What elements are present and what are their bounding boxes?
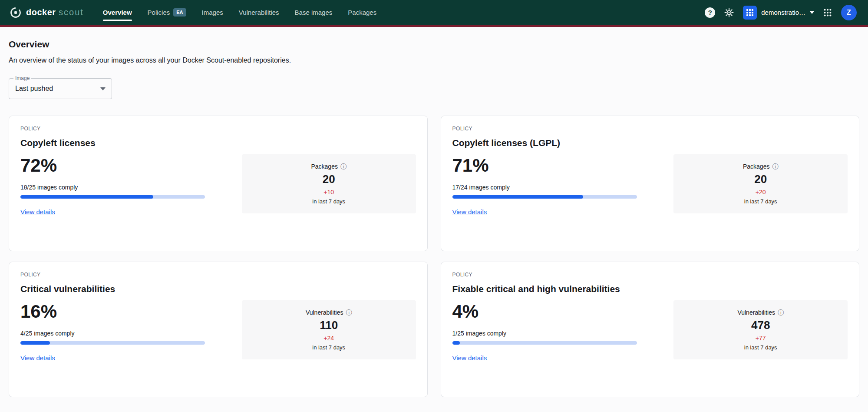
- stat-label: Packages: [311, 163, 337, 170]
- help-button[interactable]: ?: [705, 7, 715, 18]
- policy-kicker: POLICY: [452, 272, 848, 278]
- main-nav: Overview Policies EA Images Vulnerabilit…: [103, 0, 376, 25]
- header-actions: ? demonstratio…: [705, 5, 857, 20]
- policy-kicker: POLICY: [452, 126, 848, 132]
- compliance-progress-bar: [452, 195, 637, 199]
- policy-card-fixable-critical-high: POLICY Fixable critical and high vulnera…: [441, 262, 860, 397]
- view-details-link[interactable]: View details: [452, 354, 487, 362]
- image-filter-label: Image: [13, 75, 31, 81]
- compliance-text: 4/25 images comply: [20, 330, 205, 337]
- policy-card-copyleft-lgpl: POLICY Copyleft licenses (LGPL) 71% 17/2…: [441, 116, 860, 251]
- stat-value: 20: [754, 173, 767, 186]
- brand-word-scout: scout: [59, 7, 84, 17]
- info-icon[interactable]: ⓘ: [772, 163, 778, 169]
- policy-title: Fixable critical and high vulnerabilitie…: [452, 284, 848, 294]
- image-filter-select[interactable]: Image Last pushed: [9, 78, 112, 99]
- organization-name: demonstratio…: [761, 9, 805, 16]
- nav-base-images-label: Base images: [295, 9, 333, 16]
- policy-card-copyleft: POLICY Copyleft licenses 72% 18/25 image…: [9, 116, 428, 251]
- compliance-percent: 16%: [20, 301, 205, 322]
- compliance-percent: 72%: [20, 155, 205, 176]
- compliance-progress-bar: [20, 195, 205, 199]
- apps-grid-icon: [823, 8, 832, 17]
- stat-panel: Packages ⓘ 20 +20 in last 7 days: [673, 154, 848, 213]
- policy-title: Critical vulnerabilities: [20, 284, 416, 294]
- info-icon[interactable]: ⓘ: [346, 309, 352, 316]
- image-filter-value: Last pushed: [15, 85, 53, 93]
- view-details-link[interactable]: View details: [20, 208, 55, 216]
- nav-packages[interactable]: Packages: [348, 0, 376, 25]
- docker-scout-logo-icon: [10, 7, 22, 19]
- policy-title: Copyleft licenses (LGPL): [452, 138, 848, 148]
- top-navigation-bar: docker scout Overview Policies EA Images…: [0, 0, 868, 25]
- policy-cards-grid: POLICY Copyleft licenses 72% 18/25 image…: [9, 116, 859, 397]
- nav-vulnerabilities-label: Vulnerabilities: [239, 9, 279, 16]
- view-details-link[interactable]: View details: [452, 208, 487, 216]
- compliance-progress-bar: [452, 341, 637, 345]
- stat-label: Packages: [743, 163, 769, 170]
- stat-delta: +77: [756, 335, 766, 342]
- nav-policies[interactable]: Policies EA: [148, 0, 186, 25]
- page-title: Overview: [9, 39, 859, 50]
- compliance-progress-bar: [20, 341, 205, 345]
- ea-badge: EA: [173, 8, 186, 16]
- policy-kicker: POLICY: [20, 126, 416, 132]
- stat-delta: +24: [323, 335, 334, 342]
- compliance-progress-fill: [452, 341, 460, 345]
- page-subtitle: An overview of the status of your images…: [9, 56, 859, 64]
- nav-policies-label: Policies: [148, 9, 170, 16]
- view-details-link[interactable]: View details: [20, 354, 55, 362]
- policy-kicker: POLICY: [20, 272, 416, 278]
- compliance-progress-fill: [20, 341, 50, 345]
- stat-panel: Packages ⓘ 20 +10 in last 7 days: [242, 154, 416, 213]
- stat-value: 110: [320, 319, 338, 332]
- nav-overview[interactable]: Overview: [103, 0, 132, 25]
- overview-page: Overview An overview of the status of yo…: [0, 27, 868, 406]
- docker-scout-brand[interactable]: docker scout: [10, 7, 84, 19]
- stat-period: in last 7 days: [312, 344, 345, 351]
- stat-period: in last 7 days: [744, 198, 777, 205]
- brand-word-docker: docker: [26, 7, 56, 17]
- stat-period: in last 7 days: [744, 344, 777, 351]
- organization-switcher[interactable]: demonstratio…: [743, 6, 814, 20]
- organization-icon: [743, 6, 757, 20]
- apps-menu-button[interactable]: [823, 8, 832, 17]
- gear-icon: [724, 7, 734, 18]
- compliance-text: 17/24 images comply: [452, 184, 637, 191]
- compliance-progress-fill: [452, 195, 584, 199]
- policy-card-critical-vulnerabilities: POLICY Critical vulnerabilities 16% 4/25…: [9, 262, 428, 397]
- compliance-text: 1/25 images comply: [452, 330, 637, 337]
- stat-label: Vulnerabilities: [737, 309, 775, 316]
- stat-delta: +10: [323, 189, 334, 196]
- compliance-percent: 4%: [452, 301, 637, 322]
- nav-vulnerabilities[interactable]: Vulnerabilities: [239, 0, 279, 25]
- chevron-down-icon: [810, 11, 814, 14]
- policy-title: Copyleft licenses: [20, 138, 416, 148]
- nav-packages-label: Packages: [348, 9, 376, 16]
- compliance-progress-fill: [20, 195, 153, 199]
- compliance-text: 18/25 images comply: [20, 184, 205, 191]
- stat-panel: Vulnerabilities ⓘ 478 +77 in last 7 days: [673, 300, 848, 359]
- stat-period: in last 7 days: [312, 198, 345, 205]
- nav-base-images[interactable]: Base images: [295, 0, 333, 25]
- nav-images[interactable]: Images: [202, 0, 223, 25]
- user-avatar[interactable]: Z: [841, 5, 857, 20]
- stat-delta: +20: [756, 189, 766, 196]
- settings-button[interactable]: [724, 7, 734, 18]
- nav-overview-label: Overview: [103, 9, 132, 16]
- select-caret-icon: [100, 87, 106, 90]
- stat-value: 20: [323, 173, 335, 186]
- nav-images-label: Images: [202, 9, 223, 16]
- info-icon[interactable]: ⓘ: [340, 163, 347, 169]
- info-icon[interactable]: ⓘ: [778, 309, 784, 316]
- help-icon: ?: [705, 7, 715, 18]
- compliance-percent: 71%: [452, 155, 637, 176]
- stat-value: 478: [751, 319, 770, 332]
- stat-label: Vulnerabilities: [306, 309, 343, 316]
- stat-panel: Vulnerabilities ⓘ 110 +24 in last 7 days: [242, 300, 416, 359]
